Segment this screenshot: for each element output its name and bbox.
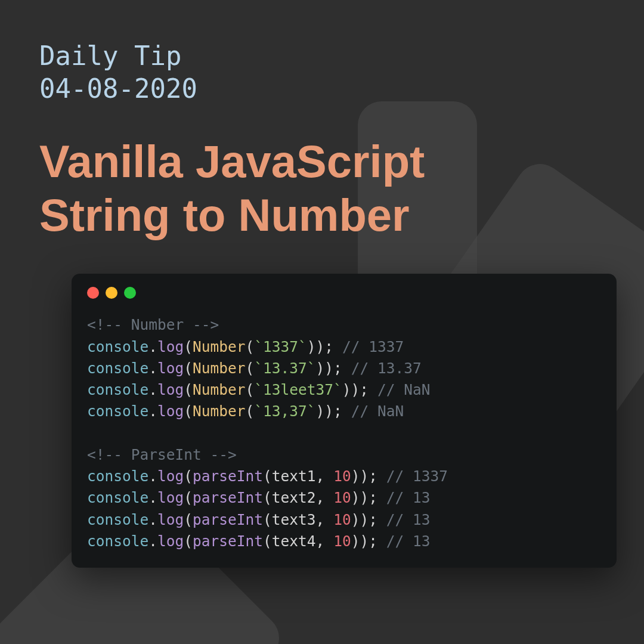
title-line-1: Vanilla JavaScript bbox=[39, 135, 605, 188]
close-icon bbox=[87, 287, 99, 299]
content-container: Daily Tip 04-08-2020 Vanilla JavaScript … bbox=[0, 0, 644, 568]
page-title: Vanilla JavaScript String to Number bbox=[39, 135, 605, 242]
code-block: <!-- Number --> console.log(Number(`1337… bbox=[87, 314, 601, 552]
maximize-icon bbox=[124, 287, 136, 299]
subtitle-line-1: Daily Tip bbox=[39, 39, 605, 72]
subtitle-line-2: 04-08-2020 bbox=[39, 72, 605, 105]
code-window: <!-- Number --> console.log(Number(`1337… bbox=[72, 274, 617, 568]
title-line-2: String to Number bbox=[39, 188, 605, 242]
subtitle: Daily Tip 04-08-2020 bbox=[39, 39, 605, 105]
minimize-icon bbox=[106, 287, 117, 299]
window-controls bbox=[87, 287, 601, 299]
